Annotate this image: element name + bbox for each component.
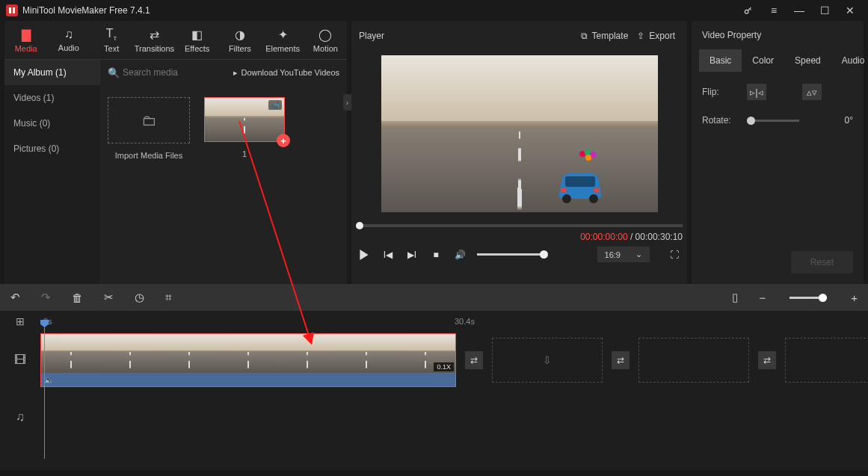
zoom-slider[interactable] [789,297,827,299]
timeline-clip-1[interactable]: 0.1X 🔈 [40,333,456,387]
playhead[interactable] [44,321,45,459]
prev-frame-button[interactable]: I◀ [381,248,395,262]
download-youtube-button[interactable]: ▸ Download YouTube Videos [233,68,340,78]
video-preview[interactable] [381,55,658,212]
audio-track[interactable] [40,389,868,433]
flip-horizontal-button[interactable]: ▹|◃ [747,84,766,100]
key-icon[interactable] [736,0,760,21]
balloons-graphic [579,149,598,166]
tab-filters[interactable]: ◑Filters [218,21,261,59]
progress-knob[interactable] [356,222,363,229]
transition-slot-3[interactable]: ⇄ [758,351,776,369]
app-title: MiniTool MovieMaker Free 7.4.1 [22,5,150,16]
drop-zone-1[interactable]: ⇩ [492,338,603,383]
tab-media[interactable]: ▇Media [4,21,47,59]
volume-slider[interactable] [477,253,544,256]
flip-label: Flip: [702,87,736,97]
timeline-toolbar: ↶ ↷ 🗑 ✂ ◷ ⌗ ▯ − + [0,284,868,311]
properties-title: Video Property [692,21,864,49]
rotate-knob[interactable] [747,117,755,125]
media-pane: 🔍 ▸ Download YouTube Videos 🗀 Import Med… [100,60,347,284]
split-button[interactable]: ✂ [104,291,114,304]
speed-button[interactable]: ◷ [135,291,144,304]
speed-badge: 0.1X [434,362,454,371]
nav-videos[interactable]: Videos (1) [4,85,100,111]
minimize-button[interactable]: — [787,0,811,21]
drop-zone-2[interactable] [638,338,749,383]
tab-motion[interactable]: ◯Motion [304,21,347,59]
elements-icon: ✦ [278,28,288,42]
svg-point-2 [562,194,571,203]
next-frame-button[interactable]: ▶I [405,248,419,262]
import-media-button[interactable]: 🗀 [108,97,190,143]
car-graphic [553,166,607,206]
clip-audio-bar[interactable]: 🔈 [41,373,455,386]
search-input[interactable] [108,64,227,81]
titlebar: MiniTool MovieMaker Free 7.4.1 ≡ — ☐ ✕ [0,0,868,21]
player-panel: Player ⧉ Template ⇪ Export [351,21,687,284]
reset-button[interactable]: Reset [791,251,853,273]
close-button[interactable]: ✕ [838,0,862,21]
zoom-in-button[interactable]: + [851,291,858,304]
drop-zone-3[interactable] [785,338,868,383]
add-to-timeline-button[interactable]: + [277,134,290,147]
export-icon: ⇪ [637,31,644,41]
text-icon: TT [106,27,117,42]
zoom-knob[interactable] [819,294,827,302]
transition-slot-2[interactable]: ⇄ [612,351,630,369]
volume-button[interactable]: 🔊 [453,248,467,262]
template-icon: ⧉ [581,31,588,41]
proptab-audio[interactable]: Audio [831,49,868,72]
nav-music[interactable]: Music (0) [4,111,100,136]
nav-pictures[interactable]: Pictures (0) [4,136,100,161]
tab-elements[interactable]: ✦Elements [262,21,304,59]
svg-point-0 [745,10,748,13]
expand-properties-button[interactable]: › [343,94,351,111]
tab-transitions[interactable]: ⇄Transitions [133,21,176,59]
clip-caption: 1 [242,149,247,158]
rotate-slider[interactable] [747,120,799,122]
undo-button[interactable]: ↶ [10,291,20,304]
menu-icon[interactable]: ≡ [762,0,786,21]
player-title: Player [359,31,384,41]
timeline: ↶ ↷ 🗑 ✂ ◷ ⌗ ▯ − + ⊞ 🎞 ♫ 0s 30.4s [0,284,868,471]
search-media: 🔍 [108,64,227,81]
media-sidenav: My Album (1) Videos (1) Music (0) Pictur… [4,60,100,284]
flip-vertical-button[interactable]: ▵▿ [802,84,822,100]
volume-knob[interactable] [540,250,548,259]
filters-icon: ◑ [235,28,245,42]
template-button[interactable]: ⧉ Template [576,28,633,43]
export-button[interactable]: ⇪ Export [632,28,680,43]
progress-bar[interactable] [356,224,683,227]
nav-my-album[interactable]: My Album (1) [4,60,100,85]
timeline-tracks[interactable]: 0s 30.4s 0.1X 🔈 ⇄ ⇩ ⇄ [40,311,868,471]
tab-effects[interactable]: ◧Effects [176,21,218,59]
play-button[interactable] [357,248,371,262]
rotate-value: 0° [845,115,853,126]
svg-point-7 [585,149,591,155]
maximize-button[interactable]: ☐ [813,0,837,21]
media-clip-1[interactable]: 📹 + [204,97,285,142]
proptab-basic[interactable]: Basic [699,49,742,72]
time-ruler[interactable]: 0s 30.4s [40,311,868,332]
proptab-color[interactable]: Color [742,49,784,72]
transition-slot-1[interactable]: ⇄ [465,351,483,369]
folder-icon: 🗀 [141,112,156,129]
zoom-out-button[interactable]: − [759,291,766,304]
fit-button[interactable]: ▯ [732,291,738,304]
fullscreen-button[interactable]: ⛶ [668,248,681,262]
video-track[interactable]: 0.1X 🔈 ⇄ ⇩ ⇄ ⇄ [40,332,868,389]
svg-point-6 [579,151,585,157]
app-logo [6,4,18,16]
delete-button[interactable]: 🗑 [72,291,83,304]
tab-text[interactable]: TTText [90,21,133,59]
crop-button[interactable]: ⌗ [165,291,171,304]
top-tabs: ▇Media ♫Audio TTText ⇄Transitions ◧Effec… [4,21,347,60]
tab-audio[interactable]: ♫Audio [47,21,90,59]
add-track-button[interactable]: ⊞ [0,311,40,332]
proptab-speed[interactable]: Speed [784,49,831,72]
stop-button[interactable]: ■ [429,248,443,262]
redo-button[interactable]: ↷ [41,291,51,304]
timecode: 00:00:00:00 / 00:00:30:10 [356,232,683,242]
aspect-ratio-select[interactable]: 16:9 ⌄ [597,247,650,262]
